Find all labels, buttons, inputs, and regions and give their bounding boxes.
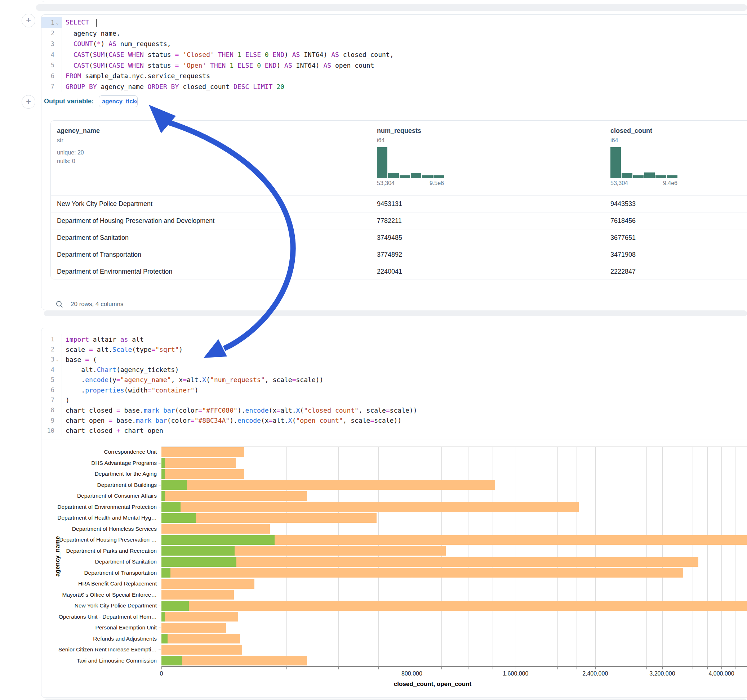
code-line[interactable]: 3⌄base = ( — [41, 355, 747, 364]
code-text: GROUP BY agency_name ORDER BY closed_cou… — [62, 83, 284, 91]
code-token: = — [89, 345, 93, 353]
line-number-gutter[interactable]: 1⌄ — [41, 17, 62, 28]
code-line[interactable]: 10chart_closed + chart_open — [41, 425, 747, 436]
code-token: = — [386, 407, 390, 414]
line-number: 2 — [51, 30, 54, 37]
table-cell: 7618456 — [611, 213, 636, 229]
code-line[interactable]: 4 CAST(SUM(CASE WHEN status = 'Closed' T… — [41, 49, 747, 60]
table-cell: 9453131 — [377, 196, 402, 213]
line-number-gutter[interactable]: 5 — [41, 375, 62, 385]
code-line[interactable]: 7) — [41, 395, 747, 405]
code-line[interactable]: 8chart_closed = base.mark_bar(color="#FF… — [41, 405, 747, 415]
code-token: encode — [245, 407, 269, 414]
line-number: 9 — [51, 417, 54, 424]
table-cell: 3471908 — [611, 246, 636, 263]
code-token: chart_open — [66, 416, 109, 424]
column-range: 53,304 9.4e6 — [611, 180, 677, 187]
text-cursor — [96, 19, 97, 27]
code-token: , scale — [343, 416, 370, 424]
code-line[interactable]: 2 agency_name, — [41, 28, 747, 39]
table-row[interactable]: Department of Sanitation37494853677651 — [51, 229, 747, 246]
code-token: ( — [300, 407, 304, 414]
line-number-gutter[interactable]: 3 — [41, 39, 62, 49]
code-line[interactable]: 5 .encode(y="agency_name", x=alt.X("num_… — [41, 375, 747, 385]
code-token: COUNT — [74, 40, 93, 48]
column-title: closed_count — [611, 127, 677, 135]
line-number-gutter[interactable]: 3⌄ — [41, 355, 62, 364]
line-number-gutter[interactable]: 7 — [41, 81, 62, 92]
code-token: properties — [85, 386, 124, 394]
code-text: COUNT(*) AS num_requests, — [62, 40, 171, 48]
line-number-gutter[interactable]: 6 — [41, 71, 62, 81]
table-row[interactable]: New York City Police Department945313194… — [51, 195, 747, 212]
code-line[interactable]: 4 alt.Chart(agency_tickets) — [41, 365, 747, 375]
code-line[interactable]: 5 CAST(SUM(CASE WHEN status = 'Open' THE… — [41, 60, 747, 71]
code-token: scale)) — [374, 416, 401, 424]
sql-code-editor[interactable]: 1⌄SELECT 2 agency_name,3 COUNT(*) AS num… — [41, 15, 747, 92]
code-token: status — [144, 62, 175, 69]
notebook-page: + + 1⌄SELECT 2 agency_name,3 COUNT(*) AS… — [0, 0, 747, 700]
line-number-gutter[interactable]: 8 — [41, 405, 62, 415]
dataframe-preview-table: agency_name str unique: 20 nulls: 0 num_… — [50, 120, 747, 279]
code-token: "num_requests" — [210, 376, 265, 383]
code-token: SUM — [93, 62, 105, 69]
code-token: ) — [195, 386, 198, 394]
table-row[interactable]: Department of Transportation377489234719… — [51, 246, 747, 263]
code-token: (color — [175, 407, 198, 414]
code-line[interactable]: 9chart_open = base.mark_bar(color="#8BC3… — [41, 416, 747, 425]
line-number-gutter[interactable]: 9 — [41, 416, 62, 425]
column-header-agency-name[interactable]: agency_name str unique: 20 nulls: 0 — [57, 127, 100, 164]
line-number-gutter[interactable]: 10 — [41, 425, 62, 436]
search-icon[interactable] — [56, 300, 64, 308]
column-header-num-requests[interactable]: num_requests i64 53,304 9.5e6 — [377, 127, 444, 187]
code-token: CAST — [74, 62, 89, 69]
line-number-gutter[interactable]: 6 — [41, 385, 62, 395]
column-histogram — [377, 147, 444, 178]
code-line[interactable]: 6FROM sample_data.nyc.service_requests — [41, 71, 747, 81]
code-token: LIMIT — [253, 83, 272, 91]
column-header-closed-count[interactable]: closed_count i64 53,304 9.4e6 — [611, 127, 677, 187]
table-row[interactable]: Department of Housing Preservation and D… — [51, 212, 747, 229]
line-number-gutter[interactable]: 2 — [41, 28, 62, 39]
code-token: "container" — [151, 386, 194, 394]
code-line[interactable]: 6 .properties(width="container") — [41, 385, 747, 395]
line-number-gutter[interactable]: 4 — [41, 365, 62, 375]
code-line[interactable]: 1import altair as alt — [41, 334, 747, 344]
chevron-down-icon[interactable]: ⌄ — [54, 20, 60, 25]
line-number-gutter[interactable]: 7 — [41, 395, 62, 405]
histogram-bar — [633, 175, 644, 178]
code-line[interactable]: 1⌄SELECT — [41, 17, 747, 28]
code-token: INT64) — [300, 51, 331, 58]
code-line[interactable]: 3 COUNT(*) AS num_requests, — [41, 39, 747, 49]
chevron-down-icon[interactable]: ⌄ — [54, 357, 60, 362]
line-number-gutter[interactable]: 4 — [41, 49, 62, 60]
python-code-editor[interactable]: 1import altair as alt2scale = alt.Scale(… — [41, 328, 747, 436]
histogram-bar — [667, 175, 677, 178]
add-cell-button[interactable]: + — [22, 14, 35, 27]
code-token: alt. — [272, 416, 288, 424]
code-token: GROUP BY — [66, 83, 97, 91]
python-cell: 1import altair as alt2scale = alt.Scale(… — [41, 328, 747, 698]
code-line[interactable]: 7GROUP BY agency_name ORDER BY closed_co… — [41, 81, 747, 92]
code-token — [253, 62, 257, 69]
code-token: (agency_tickets) — [116, 366, 179, 373]
add-cell-button[interactable]: + — [22, 95, 35, 109]
code-token: "#8BC34A" — [195, 416, 230, 424]
code-token: , scale — [358, 407, 386, 414]
line-number: 5 — [51, 62, 54, 69]
line-number: 5 — [51, 376, 54, 383]
code-token: 'Closed' — [183, 51, 214, 58]
line-number-gutter[interactable]: 5 — [41, 60, 62, 71]
code-line[interactable]: 2scale = alt.Scale(type="sqrt") — [41, 344, 747, 355]
output-variable-input[interactable]: agency_tickets — [99, 95, 138, 107]
line-number-gutter[interactable]: 1 — [41, 334, 62, 344]
code-token: FROM — [66, 72, 81, 80]
code-token: chart_closed — [66, 407, 116, 414]
line-number-gutter[interactable]: 2 — [41, 344, 62, 355]
code-token: = — [151, 345, 155, 353]
code-token: = — [148, 386, 152, 394]
code-token: 20 — [277, 83, 284, 91]
code-token: Scale — [112, 345, 132, 353]
column-title: num_requests — [377, 127, 444, 135]
table-row[interactable]: Department of Environmental Protection22… — [51, 263, 747, 279]
